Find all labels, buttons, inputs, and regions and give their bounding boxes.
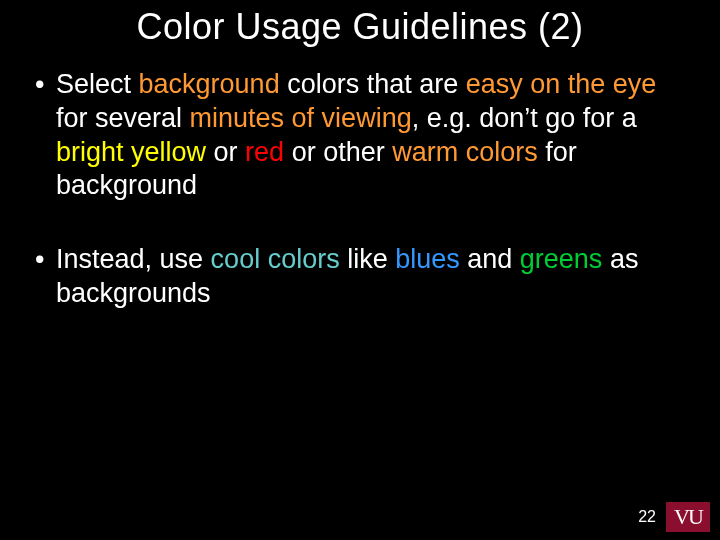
slide-body: Select background colors that are easy o… [0,68,720,311]
text-run: colors that are [280,69,466,99]
text-run: minutes of viewing [190,103,412,133]
text-run: blues [395,244,460,274]
text-run: easy on the eye [466,69,657,99]
text-run: Select [56,69,139,99]
text-run: background [139,69,280,99]
slide-title: Color Usage Guidelines (2) [0,0,720,68]
list-item: Instead, use cool colors like blues and … [28,243,692,311]
text-run: warm colors [392,137,538,167]
slide: Color Usage Guidelines (2) Select backgr… [0,0,720,540]
text-run: cool colors [211,244,340,274]
vu-logo: VU [666,502,710,532]
text-run: red [245,137,284,167]
text-run: , e.g. don’t go for a [412,103,637,133]
text-run: for several [56,103,190,133]
text-run: like [340,244,396,274]
text-run: or other [284,137,392,167]
list-item: Select background colors that are easy o… [28,68,692,203]
text-run: Instead, use [56,244,211,274]
text-run: and [460,244,520,274]
slide-footer: 22 VU [638,502,710,532]
page-number: 22 [638,508,656,526]
text-run: bright yellow [56,137,206,167]
vu-logo-text: VU [674,504,702,530]
text-run: greens [520,244,603,274]
text-run: or [206,137,245,167]
bullet-list: Select background colors that are easy o… [28,68,692,311]
